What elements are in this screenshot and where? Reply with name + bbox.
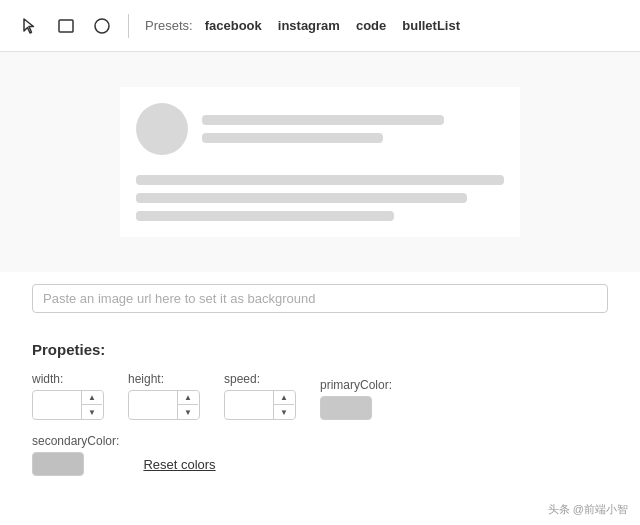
toolbar: Presets: facebook instagram code bulletL…: [0, 0, 640, 52]
skeleton-line: [136, 211, 394, 221]
preset-facebook[interactable]: facebook: [201, 16, 266, 35]
width-label: width:: [32, 372, 104, 386]
speed-down-button[interactable]: ▼: [274, 405, 294, 419]
height-down-button[interactable]: ▼: [178, 405, 198, 419]
preview-area: [0, 52, 640, 272]
primary-color-label: primaryColor:: [320, 378, 392, 392]
properties-title: Propeties:: [32, 341, 608, 358]
width-up-button[interactable]: ▲: [82, 391, 102, 405]
preset-bulletlist[interactable]: bulletList: [398, 16, 464, 35]
speed-label: speed:: [224, 372, 296, 386]
speed-spinners: ▲ ▼: [273, 391, 294, 419]
secondary-color-swatch[interactable]: [32, 452, 84, 476]
skeleton-line: [136, 175, 504, 185]
toolbar-divider: [128, 14, 129, 38]
secondary-color-label: secondaryColor:: [32, 434, 119, 448]
skeleton-card: [120, 87, 520, 237]
skeleton-body: [136, 175, 504, 221]
height-label: height:: [128, 372, 200, 386]
skeleton-line: [202, 133, 383, 143]
width-input[interactable]: 400: [33, 393, 81, 418]
primary-color-swatch[interactable]: [320, 396, 372, 420]
reset-colors-button[interactable]: Reset colors: [143, 453, 215, 476]
width-spinners: ▲ ▼: [81, 391, 102, 419]
rectangle-tool[interactable]: [52, 12, 80, 40]
svg-rect-0: [59, 20, 73, 32]
cursor-tool[interactable]: [16, 12, 44, 40]
properties-row-2: secondaryColor: Reset colors: [32, 434, 608, 476]
speed-input[interactable]: 2: [225, 393, 273, 418]
preset-code[interactable]: code: [352, 16, 390, 35]
circle-tool[interactable]: [88, 12, 116, 40]
width-down-button[interactable]: ▼: [82, 405, 102, 419]
speed-group: speed: 2 ▲ ▼: [224, 372, 296, 420]
primary-color-group: primaryColor:: [320, 378, 392, 420]
preset-instagram[interactable]: instagram: [274, 16, 344, 35]
speed-input-wrap: 2 ▲ ▼: [224, 390, 296, 420]
url-input[interactable]: [32, 284, 608, 313]
height-group: height: 160 ▲ ▼: [128, 372, 200, 420]
skeleton-header: [136, 103, 504, 155]
height-up-button[interactable]: ▲: [178, 391, 198, 405]
properties-section: Propeties: width: 400 ▲ ▼ height: 160 ▲ …: [0, 325, 640, 506]
secondary-color-group: secondaryColor:: [32, 434, 119, 476]
skeleton-line: [202, 115, 444, 125]
height-input[interactable]: 160: [129, 393, 177, 418]
width-input-wrap: 400 ▲ ▼: [32, 390, 104, 420]
height-spinners: ▲ ▼: [177, 391, 198, 419]
watermark: 头条 @前端小智: [548, 502, 628, 517]
skeleton-line: [136, 193, 467, 203]
properties-row-1: width: 400 ▲ ▼ height: 160 ▲ ▼ speed: [32, 372, 608, 420]
speed-up-button[interactable]: ▲: [274, 391, 294, 405]
svg-point-1: [95, 19, 109, 33]
url-section: [0, 272, 640, 325]
presets-label: Presets:: [145, 18, 193, 33]
width-group: width: 400 ▲ ▼: [32, 372, 104, 420]
height-input-wrap: 160 ▲ ▼: [128, 390, 200, 420]
skeleton-avatar: [136, 103, 188, 155]
skeleton-header-lines: [202, 115, 504, 143]
